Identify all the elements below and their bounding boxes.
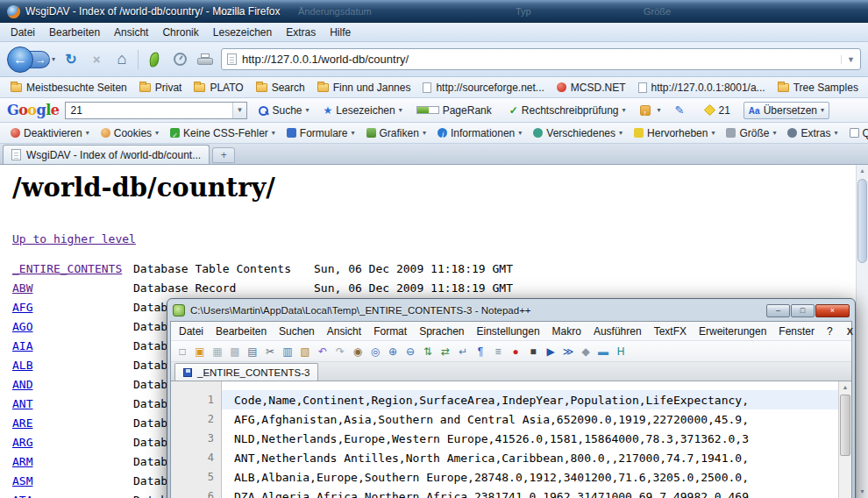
listing-entry-link[interactable]: AFG [12,301,133,314]
close-button[interactable]: × [815,304,850,317]
record-macro-icon[interactable]: ● [508,344,523,359]
save-macro-icon[interactable]: ◆ [578,344,594,359]
zoom-in-icon[interactable]: ⊕ [385,344,401,359]
print-button[interactable] [196,49,215,70]
menu-item[interactable]: Lesezeichen [206,24,279,41]
print-icon[interactable]: ▤ [245,344,260,359]
listing-entry-link[interactable]: AIA [12,339,133,352]
listing-entry-link[interactable]: ANT [12,397,133,410]
webdev-information-button[interactable]: Informationen ▾ [432,125,527,141]
menu-item[interactable]: Hilfe [323,24,358,41]
scroll-up-icon[interactable]: ▲ [857,165,868,177]
menu-item[interactable]: Bearbeiten [42,24,107,41]
notepad-menu-item[interactable]: Einstellungen [471,324,546,339]
listing-entry-link[interactable]: ARG [12,436,133,449]
editor-line-text[interactable]: NLD,Netherlands,Europe,Western Europe,41… [222,429,838,448]
notepad-menu-item[interactable]: ? [821,324,839,339]
notepad-menu-item[interactable]: Makro [546,324,587,339]
highlight-button[interactable]: 21 [701,103,737,118]
scrollbar-thumb[interactable] [857,179,867,263]
listing-entry-link[interactable]: ABW [12,281,133,295]
find-icon[interactable]: ◉ [350,344,366,359]
listing-entry-link[interactable]: ATA [12,494,133,498]
save-icon[interactable]: ▦ [210,344,225,359]
show-all-chars-icon[interactable]: ¶ [473,344,488,359]
notepad-menu-item[interactable]: Erweiterungen [693,324,772,339]
url-input[interactable]: http://127.0.0.1/world-db/country/ [242,53,836,66]
close-document-button[interactable]: X [839,326,861,337]
html-preview-icon[interactable]: H [613,344,629,359]
bookmark-item[interactable]: Meistbesuchte Seiten [5,80,132,96]
history-dropdown-icon[interactable]: ▾ [52,55,55,63]
minimize-button[interactable]: – [766,304,790,317]
notepad-menu-item[interactable]: Datei [173,324,210,339]
run-macro-multi-icon[interactable]: ≫ [560,344,576,359]
bookmark-item[interactable]: Privat [134,80,188,96]
menu-item[interactable]: Extras [279,24,323,41]
bookmark-item[interactable]: http://127.0.0.1:8001/a... [633,80,771,96]
google-search-box[interactable]: 21 ▼ [65,102,247,119]
webdev-forms-button[interactable]: Formulare ▾ [281,125,360,141]
webdev-css-button[interactable]: Keine CSS-Fehler ▾ [165,125,281,141]
reload-button[interactable]: ↻ [61,49,81,70]
notepad-menu-item[interactable]: Bearbeiten [210,324,273,339]
play-macro-icon[interactable]: ▶ [543,344,559,359]
bookmark-item[interactable]: PLATO [189,80,248,96]
zoom-out-icon[interactable]: ⊖ [402,344,418,359]
webdev-cookies-button[interactable]: Cookies ▾ [96,125,164,141]
notepad-menu-item[interactable]: Sprachen [413,324,470,339]
sync-scroll-v-icon[interactable]: ⇅ [420,344,436,359]
maximize-button[interactable]: □ [791,304,815,317]
menu-item[interactable]: Chronik [155,24,205,41]
cut-icon[interactable]: ✂ [262,344,278,359]
save-all-icon[interactable]: ▩ [227,344,243,359]
notepad-titlebar[interactable]: C:\Users\Martin\AppData\Local\Temp\_ENTI… [170,302,852,321]
url-bar[interactable]: http://127.0.0.1/world-db/country/ ▼ [221,48,861,70]
notepad-document-tab[interactable]: _ENTIRE_CONTENTS-3 [174,363,318,381]
sync-scroll-h-icon[interactable]: ⇄ [438,344,453,359]
scroll-up-icon[interactable]: ▲ [839,381,851,394]
webdev-view-source-button[interactable]: Quelltext ▾ [844,125,868,141]
new-file-icon[interactable]: □ [174,344,190,359]
listing-entry-link[interactable]: _ENTIRE_CONTENTS [12,262,133,275]
url-dropdown-icon[interactable]: ▼ [841,55,855,64]
paste-icon[interactable]: ▧ [297,344,313,359]
google-bookmarks-button[interactable]: Lesezeichen ▾ [319,103,407,118]
notepad-editor[interactable]: 1 Code,Name,Continent,Region,SurfaceArea… [171,381,851,498]
stop-button[interactable]: × [87,49,106,70]
word-wrap-icon[interactable]: ↵ [455,344,471,359]
autofill-button[interactable] [671,102,696,118]
editor-line-text[interactable]: Code,Name,Continent,Region,SurfaceArea,I… [222,390,838,409]
history-clock-button[interactable] [170,49,189,70]
new-tab-button[interactable]: + [212,147,235,163]
menu-item[interactable]: Datei [4,24,42,41]
up-to-higher-level-link[interactable]: Up to higher level [12,232,136,245]
webdev-disable-button[interactable]: Deaktivieren ▾ [5,125,95,141]
send-to-button[interactable]: ▾ [636,103,665,117]
scrollbar-thumb[interactable] [840,395,850,456]
redo-icon[interactable]: ↷ [332,344,348,359]
webdev-tools-button[interactable]: Extras ▾ [782,125,843,141]
bookmark-item[interactable]: Tree Samples [772,80,864,96]
stop-macro-icon[interactable]: ■ [525,344,541,359]
notepad-menu-item[interactable]: Ansicht [321,324,367,339]
search-history-dropdown-icon[interactable]: ▼ [232,103,247,118]
editor-scrollbar[interactable]: ▲ ▼ [838,381,851,498]
editor-line-text[interactable]: DZA,Algeria,Africa,Northern Africa,23817… [222,487,838,498]
home-button[interactable]: ⌂ [112,49,132,70]
doc-monitor-icon[interactable]: ▬ [595,344,611,359]
editor-line-text[interactable]: AFG,Afghanistan,Asia,Southern and Centra… [222,409,838,429]
listing-entry-link[interactable]: AND [12,378,133,391]
bookmark-item[interactable]: MCSD.NET [551,80,631,96]
webdev-resize-button[interactable]: Größe ▾ [721,125,781,141]
open-file-icon[interactable]: ▣ [192,344,208,359]
scroll-down-icon[interactable]: ▼ [857,486,868,498]
pagerank-indicator[interactable]: PageRank [412,103,500,118]
editor-line-text[interactable]: ALB,Albania,Europe,Southern Europe,28748… [222,467,838,487]
bookmark-item[interactable]: Search [251,80,310,96]
undo-icon[interactable]: ↶ [315,344,331,359]
bookmark-item[interactable]: Finn und Jannes [312,80,416,96]
listing-entry-link[interactable]: ARE [12,416,133,430]
notepad-menu-item[interactable]: Ausführen [587,324,648,339]
google-search-input[interactable]: 21 [66,103,231,118]
